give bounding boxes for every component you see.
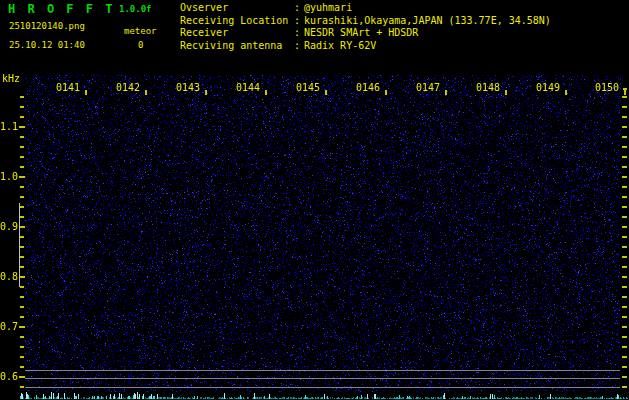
station-info-label: Ovserver <box>180 2 294 15</box>
freq-minor-tick <box>20 286 24 288</box>
freq-major-tick <box>19 176 25 178</box>
freq-right-tick <box>622 166 627 168</box>
freq-right-tick <box>622 186 627 188</box>
freq-right-tick <box>622 336 627 338</box>
freq-minor-tick <box>20 136 24 138</box>
freq-tick-label: 0.7 <box>0 322 18 332</box>
time-tick-label: 0147 <box>416 83 440 93</box>
freq-minor-tick <box>20 96 24 98</box>
freq-right-tick <box>622 366 627 368</box>
time-tick-mark <box>205 90 207 95</box>
freq-minor-tick <box>20 356 24 358</box>
freq-right-tick <box>622 116 627 118</box>
record-datetime: 25.10.12 01:40 <box>9 40 85 50</box>
calibration-bar <box>19 203 20 287</box>
freq-right-tick <box>622 236 627 238</box>
freq-minor-tick <box>20 196 24 198</box>
time-tick-label: 0145 <box>296 83 320 93</box>
freq-axis-unit: kHz <box>2 73 20 84</box>
freq-right-tick <box>622 326 627 328</box>
time-tick-label: 0146 <box>356 83 380 93</box>
freq-right-tick <box>622 346 627 348</box>
time-tick-label: 0142 <box>116 83 140 93</box>
freq-right-tick <box>622 126 627 128</box>
freq-right-tick <box>622 256 627 258</box>
freq-right-tick <box>622 286 627 288</box>
freq-right-tick <box>622 246 627 248</box>
time-tick-label: 0148 <box>476 83 500 93</box>
freq-minor-tick <box>20 146 24 148</box>
freq-minor-tick <box>20 236 24 238</box>
freq-right-tick <box>622 196 627 198</box>
freq-right-tick <box>622 376 627 378</box>
time-tick-label: 0149 <box>536 83 560 93</box>
app-title: H R O F F T <box>8 2 115 16</box>
app-version: 1.0.0f <box>119 4 152 14</box>
station-info-label: Receiving Location <box>180 15 294 28</box>
freq-minor-tick <box>20 386 24 388</box>
freq-minor-tick <box>20 246 24 248</box>
freq-right-tick <box>622 216 627 218</box>
time-tick-mark <box>85 90 87 95</box>
freq-minor-tick <box>20 336 24 338</box>
carrier-line <box>25 387 620 388</box>
freq-right-tick <box>622 316 627 318</box>
freq-right-tick <box>622 306 627 308</box>
time-tick-label: 0141 <box>56 83 80 93</box>
freq-tick-label: 0.8 <box>0 272 18 282</box>
station-info-value: kurashiki,Okayama,JAPAN (133.77E, 34.58N… <box>304 15 551 28</box>
time-tick-mark <box>624 90 626 95</box>
freq-right-tick <box>622 176 627 178</box>
freq-minor-tick <box>20 316 24 318</box>
freq-minor-tick <box>20 206 24 208</box>
freq-tick-label: 1.0 <box>0 172 18 182</box>
time-tick-mark <box>145 90 147 95</box>
freq-major-tick <box>19 126 25 128</box>
time-tick-mark <box>385 90 387 95</box>
freq-minor-tick <box>20 366 24 368</box>
freq-right-tick <box>622 386 627 388</box>
freq-tick-label: 1.1 <box>0 122 18 132</box>
carrier-line <box>25 378 620 379</box>
freq-minor-tick <box>20 266 24 268</box>
time-tick-label: 0144 <box>236 83 260 93</box>
time-tick-mark <box>505 90 507 95</box>
freq-right-tick <box>622 96 627 98</box>
freq-right-tick <box>622 136 627 138</box>
station-info-value: @yuhmari <box>304 2 352 15</box>
freq-tick-label: 0.6 <box>0 372 18 382</box>
station-info-colon: : <box>294 40 304 53</box>
freq-minor-tick <box>20 116 24 118</box>
freq-minor-tick <box>20 306 24 308</box>
time-right-tick <box>623 88 627 90</box>
freq-right-tick <box>622 146 627 148</box>
station-info-colon: : <box>294 2 304 15</box>
freq-major-tick <box>19 326 25 328</box>
station-info-colon: : <box>294 27 304 40</box>
freq-right-tick <box>622 106 627 108</box>
station-info-row: Receiving Location:kurashiki,Okayama,JAP… <box>180 15 551 28</box>
freq-right-tick <box>622 226 627 228</box>
freq-right-tick <box>622 156 627 158</box>
meteor-counter-value: 0 <box>138 40 143 50</box>
station-info-row: Recviving antenna:Radix RY-62V <box>180 40 551 53</box>
freq-minor-tick <box>20 166 24 168</box>
freq-minor-tick <box>20 346 24 348</box>
time-tick-mark <box>325 90 327 95</box>
station-info-colon: : <box>294 15 304 28</box>
freq-minor-tick <box>20 256 24 258</box>
station-info-label: Receiver <box>180 27 294 40</box>
meteor-counter-label: meteor <box>124 26 157 36</box>
freq-right-tick <box>622 296 627 298</box>
freq-minor-tick <box>20 106 24 108</box>
station-info-block: Ovserver:@yuhmariReceiving Location:kura… <box>180 2 551 52</box>
freq-right-tick <box>622 276 627 278</box>
station-info-row: Receiver:NESDR SMArt + HDSDR <box>180 27 551 40</box>
freq-minor-tick <box>20 216 24 218</box>
output-filename: 2510120140.png <box>9 21 85 31</box>
station-info-label: Recviving antenna <box>180 40 294 53</box>
freq-right-tick <box>622 356 627 358</box>
time-tick-label: 0150 <box>595 83 619 93</box>
time-tick-mark <box>445 90 447 95</box>
freq-minor-tick <box>20 156 24 158</box>
